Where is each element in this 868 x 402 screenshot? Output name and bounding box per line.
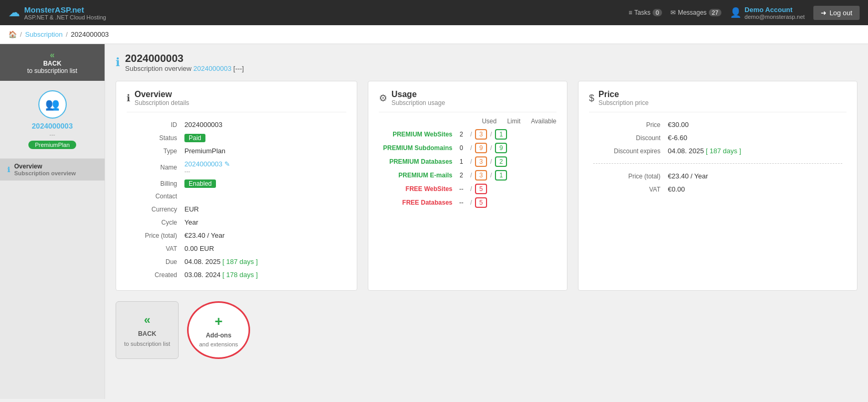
- page-sub-extra: [---]: [233, 65, 244, 72]
- top-nav: ☁ MonsterASP.net ASP.NET & .NET Cloud Ho…: [0, 0, 868, 25]
- price-divider-row: [590, 158, 845, 169]
- col-available: Available: [531, 118, 556, 125]
- price-row: Price €30.00: [590, 119, 845, 131]
- plan-label: FREE Databases: [379, 199, 452, 206]
- sidebar-item-label: Overview: [14, 163, 42, 170]
- created-days: [ 178 days ]: [222, 271, 257, 279]
- usage-card-subtitle: Subscription usage: [391, 99, 445, 107]
- usage-row-2: PREMIUM Databases 1 / 3 / 2: [379, 156, 556, 167]
- used-val: 1: [456, 158, 467, 165]
- usage-card-title-area: Usage Subscription usage: [391, 90, 445, 107]
- page-sub-link[interactable]: 2024000003: [193, 65, 231, 72]
- sidebar-item-sub: Subscription overview: [14, 170, 76, 176]
- discount-label: Discount: [590, 132, 664, 144]
- available-val: 1: [495, 129, 507, 140]
- messages-badge: 27: [709, 9, 721, 16]
- usage-row-0: PREMIUM WebSites 2 / 3 / 1: [379, 129, 556, 140]
- discount-expires-label: Discount expires: [590, 145, 664, 157]
- back-action-btn[interactable]: « BACK to subscription list: [116, 301, 179, 359]
- action-row: « BACK to subscription list + Add-ons an…: [116, 301, 857, 359]
- sidebar-back-arrows: «: [4, 50, 100, 60]
- brand-sub: ASP.NET & .NET Cloud Hosting: [24, 14, 106, 20]
- row-name: Name 2024000003 ✎ ---: [128, 158, 345, 176]
- plan-label: FREE WebSites: [379, 185, 452, 193]
- detail-table: ID 2024000003 Status Paid Type PremiumPl…: [127, 118, 346, 282]
- created-val: 03.08. 2024 [ 178 days ]: [181, 269, 345, 281]
- tasks-icon: ≡: [628, 9, 632, 16]
- used-val: --: [456, 185, 467, 193]
- row-due: Due 04.08. 2025 [ 187 days ]: [128, 256, 345, 268]
- usage-card-icon: ⚙: [379, 92, 387, 104]
- breadcrumb: 🏠 / Subscription / 2024000003: [0, 25, 868, 44]
- created-date: 03.08. 2024: [184, 271, 221, 279]
- sidebar-sub-dash: ---: [49, 131, 55, 137]
- back-action-label: BACK: [138, 330, 157, 337]
- limit-val: 5: [475, 197, 487, 208]
- col-used: Used: [482, 118, 497, 125]
- vat-val: 0.00 EUR: [181, 242, 345, 255]
- logo-icon: ☁: [8, 6, 20, 19]
- price-label: Price: [590, 119, 664, 131]
- page-sub-text: Subscription overview: [125, 65, 191, 72]
- created-label: Created: [128, 269, 180, 281]
- row-currency: Currency EUR: [128, 203, 345, 215]
- overview-card-header: ℹ Overview Subscription details: [127, 90, 346, 112]
- usage-card: ⚙ Usage Subscription usage Used Limit Av…: [368, 81, 567, 291]
- home-icon[interactable]: 🏠: [8, 30, 17, 38]
- user-name: Demo Account: [745, 6, 792, 14]
- billing-val: Enabled: [181, 177, 345, 189]
- tasks-nav[interactable]: ≡ Tasks 0: [628, 9, 662, 16]
- usage-row-4: FREE WebSites -- / 5: [379, 184, 556, 194]
- price-vat-val: €0.00: [665, 183, 845, 195]
- breadcrumb-subscription[interactable]: Subscription: [25, 30, 63, 38]
- sidebar: « BACK to subscription list 👥 2024000003…: [0, 44, 105, 399]
- messages-icon: ✉: [670, 9, 676, 16]
- name-link[interactable]: 2024000003: [184, 160, 222, 168]
- price-card-title-area: Price Subscription price: [598, 90, 648, 107]
- contact-val: [181, 191, 345, 202]
- sidebar-item-overview[interactable]: ℹ Overview Subscription overview: [0, 158, 105, 181]
- due-label: Due: [128, 256, 180, 268]
- user-icon: 👤: [730, 7, 741, 18]
- main-layout: « BACK to subscription list 👥 2024000003…: [0, 44, 868, 399]
- sidebar-back-sub: to subscription list: [4, 67, 100, 75]
- billing-badge: Enabled: [184, 179, 216, 188]
- sidebar-item-text: Overview Subscription overview: [14, 163, 76, 176]
- due-val: 04.08. 2025 [ 187 days ]: [181, 256, 345, 268]
- price-total-label: Price (total): [128, 229, 180, 241]
- sidebar-back-btn[interactable]: « BACK to subscription list: [0, 44, 105, 81]
- sidebar-back-label: BACK: [4, 60, 100, 67]
- page-header: ℹ 2024000003 Subscription overview 20240…: [116, 52, 857, 72]
- addons-action-sub: and extensions: [199, 341, 238, 347]
- sidebar-sub-id: 2024000003: [32, 122, 73, 130]
- overview-card-subtitle: Subscription details: [135, 99, 189, 107]
- row-cycle: Cycle Year: [128, 216, 345, 228]
- row-status: Status Paid: [128, 132, 345, 144]
- edit-icon[interactable]: ✎: [224, 160, 230, 168]
- logout-button[interactable]: ➜ Log out: [813, 6, 860, 20]
- row-billing: Billing Enabled: [128, 177, 345, 189]
- plan-label: PREMIUM Databases: [379, 158, 452, 165]
- discount-expires-days: [ 187 days ]: [706, 147, 741, 155]
- plan-label: PREMIUM WebSites: [379, 131, 452, 138]
- used-val: --: [456, 199, 467, 206]
- addons-action-btn[interactable]: + Add-ons and extensions: [187, 301, 250, 359]
- name-dash: ---: [184, 168, 342, 174]
- page-subtitle: Subscription overview 2024000003 [---]: [125, 65, 244, 72]
- limit-val: 9: [475, 143, 487, 153]
- row-contact: Contact: [128, 191, 345, 202]
- page-header-text: 2024000003 Subscription overview 2024000…: [125, 52, 244, 72]
- sidebar-menu: ℹ Overview Subscription overview: [0, 158, 105, 181]
- available-val: 9: [495, 143, 507, 153]
- usage-card-header: ⚙ Usage Subscription usage: [379, 90, 556, 112]
- back-action-sub: to subscription list: [124, 341, 170, 347]
- brand-area: ☁ MonsterASP.net ASP.NET & .NET Cloud Ho…: [8, 5, 106, 20]
- overview-card: ℹ Overview Subscription details ID 20240…: [116, 81, 357, 291]
- price-total-label: Price (total): [590, 170, 664, 182]
- row-id: ID 2024000003: [128, 119, 345, 131]
- messages-nav[interactable]: ✉ Messages 27: [670, 9, 721, 16]
- overview-card-icon: ℹ: [127, 92, 130, 104]
- page-header-icon: ℹ: [116, 56, 120, 69]
- id-label: ID: [128, 119, 180, 131]
- tasks-badge: 0: [653, 9, 662, 16]
